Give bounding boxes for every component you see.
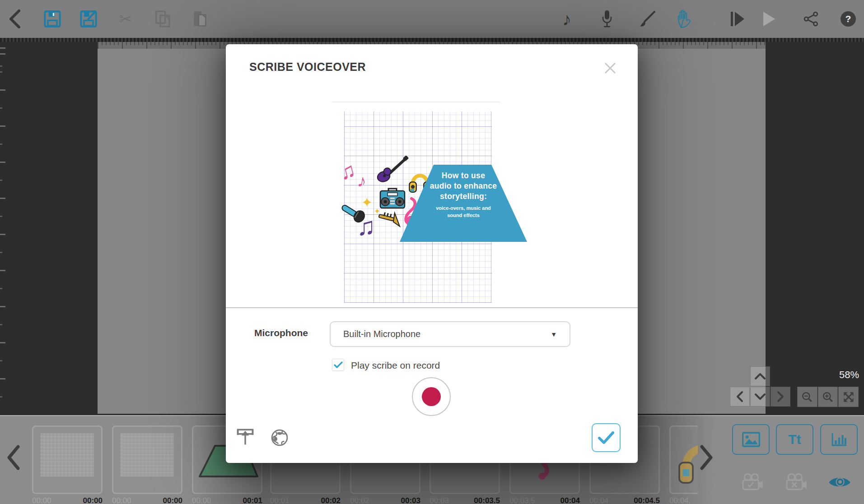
top-toolbar: ✂ ♪ ? — [0, 0, 864, 38]
sparkle-clipart: ✦ — [361, 196, 373, 209]
clip-end-time: 00:04 — [560, 496, 580, 504]
timeline-clip-1[interactable] — [32, 425, 103, 494]
help-icon[interactable]: ? — [836, 6, 861, 32]
scissors-glyph: ✂ — [119, 11, 132, 27]
play-scribe-checkbox[interactable] — [332, 359, 344, 371]
back-icon[interactable] — [2, 6, 28, 32]
pan-right-button[interactable] — [771, 387, 790, 407]
pan-left-button[interactable] — [730, 387, 750, 407]
clip-start-time: 00:00 — [112, 496, 131, 504]
timeline-clip-9[interactable] — [669, 425, 698, 494]
clip-end-time: 00:03.5 — [474, 496, 500, 504]
cut-icon[interactable]: ✂ — [113, 6, 138, 32]
clip-start-time: 00:04 — [589, 496, 609, 504]
modal-section-divider — [226, 307, 638, 308]
zoom-level: 58% — [823, 369, 859, 381]
clip-start-time: 00:04. — [669, 496, 691, 504]
videoscribe-app: ✂ ♪ ? — [0, 0, 864, 504]
play-from-here-icon[interactable] — [725, 6, 750, 32]
close-icon[interactable] — [602, 60, 619, 77]
clip-end-time: 00:02 — [321, 496, 341, 504]
camera-off-icon[interactable] — [785, 473, 808, 493]
clip-start-time: 00:03.5 — [509, 496, 535, 504]
check-icon — [334, 361, 343, 369]
text-tool-icon: Tt — [788, 432, 801, 447]
clip-end-time: 00:01 — [243, 496, 262, 504]
preview-subheading-line: voice-overs, music and — [400, 205, 527, 212]
preview-divider — [332, 102, 500, 102]
draw-brush-icon[interactable] — [635, 6, 660, 32]
modal-title: SCRIBE VOICEOVER — [249, 60, 366, 74]
clip-start-time: 00:02 — [350, 496, 369, 504]
clip-end-time: 00:00 — [83, 496, 103, 504]
vertical-ruler — [0, 47, 7, 414]
music-note-glyph: ♪ — [562, 10, 571, 28]
chevron-down-icon: ▼ — [551, 331, 557, 338]
preview-subheading-line: sound effects — [400, 212, 527, 219]
copy-icon[interactable] — [150, 6, 176, 32]
clip-end-time: 00:03 — [401, 496, 420, 504]
add-image-button[interactable] — [732, 424, 770, 455]
clip-end-time: 00:00 — [163, 496, 182, 504]
save-as-icon[interactable] — [76, 6, 101, 32]
microphone-select[interactable]: Built-in Microphone ▼ — [330, 321, 570, 347]
save-icon[interactable] — [40, 6, 65, 32]
share-icon[interactable] — [799, 6, 824, 32]
music-icon[interactable]: ♪ — [554, 6, 579, 32]
record-button[interactable] — [412, 377, 451, 416]
headphones-preview — [677, 429, 698, 492]
clip-end-time: 00:04.5 — [634, 496, 660, 504]
add-text-button[interactable]: Tt — [776, 424, 813, 455]
microphone-selected-value: Built-in Microphone — [343, 329, 420, 339]
image-icon — [742, 432, 760, 447]
pan-down-button[interactable] — [750, 387, 770, 407]
play-icon[interactable] — [757, 6, 782, 32]
zoom-controls — [797, 387, 859, 407]
fit-screen-button[interactable] — [838, 387, 859, 407]
preview-eye-icon[interactable] — [827, 473, 852, 492]
clip-grid-preview — [121, 433, 174, 476]
chart-icon — [831, 432, 848, 447]
check-icon — [598, 431, 615, 444]
microphone-label: Microphone — [254, 328, 308, 338]
clip-start-time: 00:00 — [192, 496, 211, 504]
globe-icon[interactable] — [270, 428, 289, 447]
horizontal-ruler-strip — [0, 38, 864, 42]
purple-note-clipart: ♫ — [357, 214, 376, 239]
paste-icon[interactable] — [187, 6, 213, 32]
microphone-icon[interactable] — [594, 6, 620, 32]
timeline-scroll-right-icon[interactable] — [700, 445, 714, 472]
zoom-in-button[interactable] — [818, 387, 838, 407]
clip-start-time: 00:00 — [32, 496, 51, 504]
timeline-scroll-left-icon[interactable] — [6, 445, 20, 472]
clip-grid-preview — [41, 433, 94, 476]
clip-start-time: 00:03 — [430, 496, 449, 504]
add-chart-button[interactable] — [820, 424, 858, 455]
confirm-button[interactable] — [592, 423, 621, 452]
hand-tool-icon[interactable] — [672, 6, 697, 32]
pan-up-button[interactable] — [750, 366, 770, 386]
question-glyph: ? — [845, 14, 851, 24]
clip-start-time: 00:01 — [270, 496, 290, 504]
zoom-out-button[interactable] — [797, 387, 817, 407]
record-dot — [422, 387, 441, 406]
play-scribe-label: Play scribe on record — [351, 360, 440, 371]
upload-audio-icon[interactable] — [236, 428, 255, 447]
timeline-clip-2[interactable] — [112, 425, 182, 494]
camera-on-icon[interactable] — [742, 473, 764, 493]
scribe-voiceover-modal: SCRIBE VOICEOVER ♫ ♪ ✦ ✦ ♫ — [226, 44, 638, 463]
